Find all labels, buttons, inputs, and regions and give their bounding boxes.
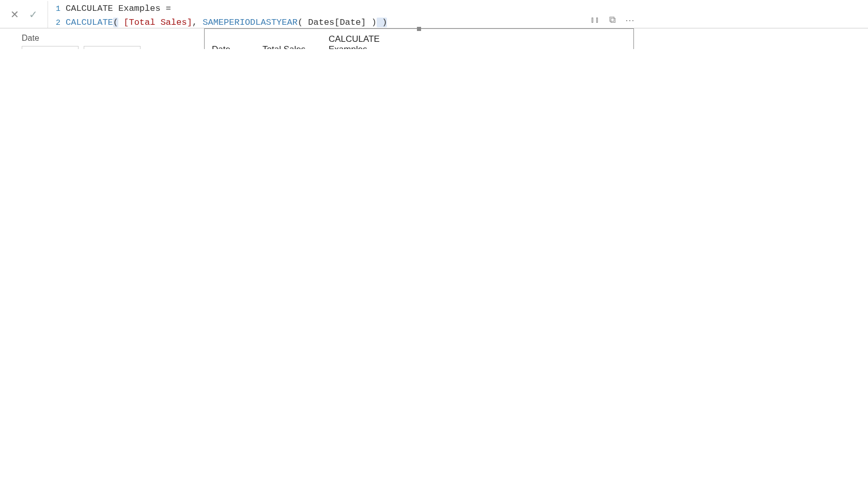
filter-icon[interactable]: ⫾⫾ — [591, 14, 600, 26]
report-canvas: Date 12/12/2018 17/10/2020 ⫾⫾ ⧉ ⋯ Date T… — [0, 28, 868, 49]
column-header-calculate-examples[interactable]: CALCULATE Examples — [322, 32, 410, 49]
visual-header-icons: ⫾⫾ ⧉ ⋯ — [591, 14, 634, 26]
column-header-date[interactable]: Date — [208, 42, 259, 49]
date-slicer[interactable]: Date 12/12/2018 17/10/2020 — [22, 34, 177, 49]
slicer-to-input[interactable]: 17/10/2020 — [84, 46, 141, 49]
line-number: 1 — [50, 3, 60, 16]
formula-bar: ✕ ✓ 1CALCULATE Examples = 2CALCULATE( [T… — [0, 0, 868, 28]
formula-line-1: CALCULATE Examples = — [66, 4, 171, 13]
comma: , — [192, 18, 203, 27]
paren: ( — [113, 18, 118, 27]
paren: ) — [377, 18, 387, 27]
resize-handle-top[interactable] — [417, 27, 421, 31]
commit-icon[interactable]: ✓ — [28, 9, 38, 20]
slicer-from-input[interactable]: 12/12/2018 — [22, 46, 79, 49]
dax-keyword-sply: SAMEPERIODLASTYEAR — [203, 18, 298, 27]
formula-editor[interactable]: 1CALCULATE Examples = 2CALCULATE( [Total… — [48, 1, 387, 31]
formula-actions: ✕ ✓ — [0, 1, 48, 28]
cancel-icon[interactable]: ✕ — [9, 9, 20, 20]
more-options-icon[interactable]: ⋯ — [625, 14, 634, 26]
column-ref: Dates[Date] — [303, 18, 371, 27]
table-visual[interactable]: ⫾⫾ ⧉ ⋯ Date Total Sales CALCULATE Exampl… — [204, 28, 634, 49]
table-header-row: Date Total Sales CALCULATE Examples — [205, 29, 633, 49]
paren: ) — [371, 18, 377, 27]
focus-mode-icon[interactable]: ⧉ — [609, 14, 616, 26]
measure-ref: [Total Sales] — [118, 18, 192, 27]
dax-keyword-calculate: CALCULATE — [66, 18, 113, 27]
slicer-values: 12/12/2018 17/10/2020 — [22, 46, 177, 49]
slicer-title: Date — [22, 34, 177, 43]
column-header-total-sales[interactable]: Total Sales — [259, 42, 322, 49]
paren: ( — [298, 18, 303, 27]
